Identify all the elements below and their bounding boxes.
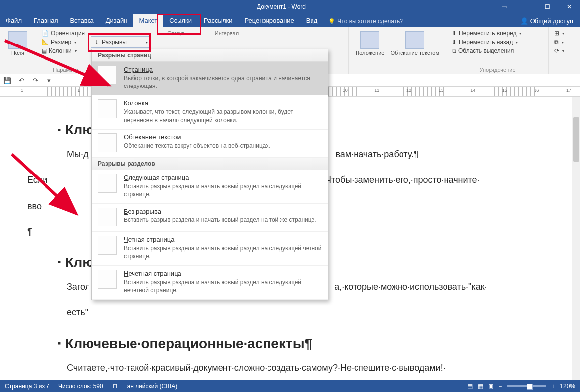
tab-references[interactable]: Ссылки bbox=[163, 14, 198, 27]
minimize-button[interactable]: — bbox=[515, 0, 536, 14]
tab-home[interactable]: Главная bbox=[28, 14, 64, 27]
zoom-in-icon[interactable]: + bbox=[551, 383, 555, 390]
paragraph: есть" bbox=[67, 304, 550, 321]
break-continuous-item[interactable]: Без разрываВставить разрыв раздела и нач… bbox=[92, 204, 328, 232]
ribbon-options-icon[interactable]: ▭ bbox=[493, 0, 515, 14]
tab-mailings[interactable]: Рассылки bbox=[198, 14, 238, 27]
tell-me[interactable]: Что вы хотите сделать? bbox=[323, 15, 408, 27]
language-indicator[interactable]: английский (США) bbox=[127, 383, 177, 390]
tab-review[interactable]: Рецензирование bbox=[238, 14, 300, 27]
break-page-item[interactable]: СтраницаВыбор точки, в которой заканчива… bbox=[92, 62, 328, 95]
send-backward-button[interactable]: ⬇Переместить назад▾ bbox=[450, 38, 544, 46]
rotate-button[interactable]: ⟳▾ bbox=[553, 47, 576, 55]
column-break-icon bbox=[98, 99, 117, 118]
indent-label: Отступ bbox=[167, 30, 185, 36]
textwrap-break-icon bbox=[98, 133, 117, 152]
size-button[interactable]: 📐Размер▾ bbox=[40, 38, 91, 46]
zoom-level[interactable]: 120% bbox=[560, 383, 575, 390]
break-nextpage-item[interactable]: Следующая страницаВставить разрыв раздел… bbox=[92, 170, 328, 204]
close-button[interactable]: ✕ bbox=[558, 0, 580, 14]
break-textwrap-item[interactable]: Обтекание текстомОбтекание текста вокруг… bbox=[92, 130, 328, 158]
paragraph: Считаете,·что·такой·красивый·документ·сл… bbox=[67, 359, 550, 376]
tab-file[interactable]: Файл bbox=[0, 14, 28, 27]
read-mode-icon[interactable]: ▤ bbox=[467, 383, 473, 390]
zoom-out-icon[interactable]: − bbox=[498, 383, 502, 390]
evenpage-break-icon bbox=[98, 236, 117, 255]
selection-pane-button[interactable]: ⧉Область выделения bbox=[450, 47, 544, 55]
tab-view[interactable]: Вид bbox=[300, 14, 324, 27]
share-button[interactable]: 👤Общий доступ bbox=[513, 15, 580, 27]
tab-insert[interactable]: Вставка bbox=[64, 14, 99, 27]
tab-design[interactable]: Дизайн bbox=[100, 14, 134, 27]
vertical-ruler[interactable] bbox=[0, 97, 12, 380]
print-layout-icon[interactable]: ▦ bbox=[478, 383, 483, 390]
wrap-text-button[interactable]: Обтекание текстом bbox=[387, 29, 442, 58]
bring-forward-button[interactable]: ⬆Переместить вперед▾ bbox=[450, 29, 544, 37]
break-column-item[interactable]: КолонкаУказывает, что текст, следующий з… bbox=[92, 95, 328, 129]
columns-button[interactable]: ▤Колонки▾ bbox=[40, 47, 91, 55]
section-breaks-header: Разрывы разделов bbox=[92, 158, 328, 170]
breaks-button[interactable]: ⤓ Разрывы▾ bbox=[91, 36, 151, 48]
web-layout-icon[interactable]: ▣ bbox=[488, 383, 493, 390]
titlebar: Документ1 - Word ▭ — ☐ ✕ bbox=[0, 0, 580, 14]
tab-layout[interactable]: Макет bbox=[133, 14, 163, 27]
margins-button[interactable]: Поля bbox=[4, 29, 32, 58]
arrange-group-label: Упорядочение bbox=[450, 65, 544, 73]
spellcheck-icon[interactable]: 🗒 bbox=[112, 383, 118, 390]
undo-icon[interactable]: ↶ bbox=[17, 76, 26, 85]
vertical-scrollbar[interactable] bbox=[572, 97, 580, 380]
page-setup-group-label: Параметр bbox=[40, 65, 91, 73]
heading-3: Ключевые·операционные·аспекты¶ bbox=[58, 330, 550, 356]
position-button[interactable]: Положение bbox=[353, 29, 387, 58]
oddpage-break-icon bbox=[98, 270, 117, 289]
save-icon[interactable]: 💾 bbox=[3, 76, 12, 85]
orientation-button[interactable]: 📄Ориентация▾ bbox=[40, 29, 91, 37]
page-indicator[interactable]: Страница 3 из 7 bbox=[5, 383, 49, 390]
word-count[interactable]: Число слов: 590 bbox=[58, 383, 103, 390]
break-even-item[interactable]: Четная страницаВставить разрыв раздела и… bbox=[92, 232, 328, 265]
page-break-icon bbox=[98, 66, 117, 85]
page-breaks-header: Разрывы страниц bbox=[92, 49, 328, 62]
qat-more-icon[interactable]: ▾ bbox=[45, 76, 53, 85]
spacing-label: Интервал bbox=[215, 30, 239, 36]
maximize-button[interactable]: ☐ bbox=[536, 0, 558, 14]
ribbon-tabs: Файл Главная Вставка Дизайн Макет Ссылки… bbox=[0, 14, 580, 27]
redo-icon[interactable]: ↷ bbox=[31, 76, 40, 85]
statusbar: Страница 3 из 7 Число слов: 590 🗒 англий… bbox=[0, 380, 580, 392]
nextpage-break-icon bbox=[98, 174, 117, 193]
align-button[interactable]: ⊞▾ bbox=[553, 29, 576, 37]
document-title: Документ1 - Word bbox=[69, 3, 493, 10]
group-button[interactable]: ⧉▾ bbox=[553, 38, 576, 46]
continuous-break-icon bbox=[98, 208, 117, 226]
breaks-icon: ⤓ bbox=[94, 39, 99, 45]
breaks-dropdown: Разрывы страниц СтраницаВыбор точки, в к… bbox=[91, 49, 328, 300]
break-odd-item[interactable]: Нечетная страницаВставить разрыв раздела… bbox=[92, 266, 328, 300]
